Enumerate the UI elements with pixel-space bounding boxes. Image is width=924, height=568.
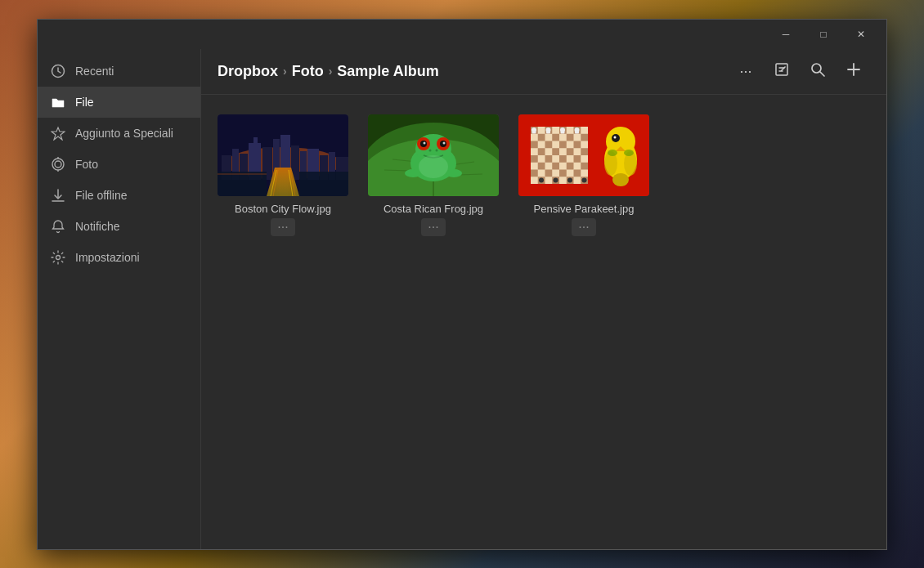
edit-icon [774,61,790,82]
title-bar: ─ □ ✕ [38,20,886,49]
sidebar-label-file: File [75,96,94,109]
svg-rect-72 [545,141,553,148]
svg-rect-39 [218,173,267,175]
svg-rect-84 [552,162,559,169]
sidebar: Recenti File Aggiunto a Speciali [38,49,201,549]
file-name-frog: Costa Rican Frog.jpg [384,203,483,215]
search-icon [810,61,826,82]
svg-point-103 [539,177,544,182]
svg-rect-68 [552,133,559,141]
svg-rect-76 [552,148,559,155]
svg-point-54 [424,141,426,144]
file-more-boston[interactable]: ··· [271,218,294,236]
svg-point-59 [446,169,462,177]
svg-rect-78 [581,148,588,155]
svg-rect-73 [559,141,567,148]
sidebar-item-offline[interactable]: File offline [38,180,200,211]
list-item[interactable]: Costa Rican Frog.jpg ··· [368,114,499,236]
list-item[interactable]: Boston City Flow.jpg ··· [218,114,348,236]
more-button[interactable]: ··· [729,55,762,87]
more-icon: ··· [739,63,751,80]
svg-rect-86 [581,162,588,169]
download-icon [51,188,65,203]
breadcrumb-sep2: › [329,65,333,78]
svg-point-116 [624,150,634,156]
svg-point-58 [405,169,421,177]
svg-point-56 [429,149,432,151]
breadcrumb-sep1: › [283,65,287,78]
star-icon [51,126,65,141]
sidebar-item-impostazioni[interactable]: Impostazioni [38,242,200,273]
svg-rect-101 [561,131,565,133]
breadcrumb-level2[interactable]: Sample Album [337,63,438,80]
breadcrumb-root[interactable]: Dropbox [218,63,278,80]
app-body: Recenti File Aggiunto a Speciali [38,49,886,549]
sidebar-item-notifiche[interactable]: Notifiche [38,211,200,242]
svg-point-114 [612,173,629,186]
file-thumbnail-boston [218,114,348,196]
sidebar-item-speciali[interactable]: Aggiunto a Speciali [38,118,200,149]
svg-point-106 [582,177,587,182]
sidebar-item-foto[interactable]: Foto [38,149,200,180]
breadcrumb: Dropbox › Foto › Sample Album [218,63,439,80]
file-more-bird[interactable]: ··· [572,218,595,236]
app-window: ─ □ ✕ Recenti [37,19,887,550]
maximize-button[interactable]: □ [805,20,842,49]
svg-rect-79 [531,155,538,163]
svg-point-55 [443,141,446,144]
sidebar-label-impostazioni: Impostazioni [75,251,140,264]
bell-icon [51,219,65,234]
minimize-button[interactable]: ─ [767,20,805,49]
list-item[interactable]: Pensive Parakeet.jpg ··· [518,114,649,236]
svg-rect-75 [538,148,545,155]
svg-marker-1 [52,127,65,140]
window-controls: ─ □ ✕ [767,20,880,49]
svg-rect-71 [531,141,538,148]
svg-rect-99 [532,131,536,133]
file-thumbnail-bird [518,114,649,196]
svg-rect-77 [567,148,574,155]
svg-line-12 [820,72,824,76]
file-name-bird: Pensive Parakeet.jpg [534,203,635,215]
svg-rect-83 [538,162,545,169]
close-button[interactable]: ✕ [842,20,880,49]
svg-point-2 [55,161,61,168]
svg-rect-37 [218,172,267,196]
add-icon [846,61,862,82]
svg-rect-85 [567,162,574,169]
svg-point-104 [554,177,558,182]
svg-point-111 [614,136,617,138]
add-button[interactable] [837,55,870,87]
svg-rect-69 [567,133,574,141]
file-more-frog[interactable]: ··· [421,218,445,236]
svg-rect-81 [559,155,567,163]
svg-rect-102 [575,131,579,133]
svg-rect-87 [531,169,538,177]
svg-rect-70 [581,133,588,141]
photo-icon [51,157,65,172]
svg-rect-82 [574,155,581,163]
breadcrumb-level1[interactable]: Foto [292,63,324,80]
header: Dropbox › Foto › Sample Album ··· [201,49,886,95]
svg-rect-90 [574,169,581,177]
svg-rect-67 [538,133,545,141]
svg-point-7 [56,255,61,259]
svg-point-105 [567,177,572,182]
header-actions: ··· [729,55,870,87]
svg-rect-89 [559,169,567,177]
svg-point-57 [436,149,438,151]
svg-rect-74 [574,141,581,148]
folder-icon [51,95,65,110]
svg-rect-21 [253,137,258,143]
svg-rect-100 [546,131,550,133]
gear-icon [51,250,65,265]
files-grid: Boston City Flow.jpg ··· [201,95,886,549]
sidebar-label-notifiche: Notifiche [75,220,119,233]
sidebar-item-file[interactable]: File [38,87,200,118]
svg-rect-80 [545,155,553,163]
svg-point-115 [608,150,617,156]
edit-button[interactable] [765,55,798,87]
sidebar-item-recenti[interactable]: Recenti [38,56,200,87]
svg-rect-38 [299,172,348,196]
search-button[interactable] [801,55,834,87]
